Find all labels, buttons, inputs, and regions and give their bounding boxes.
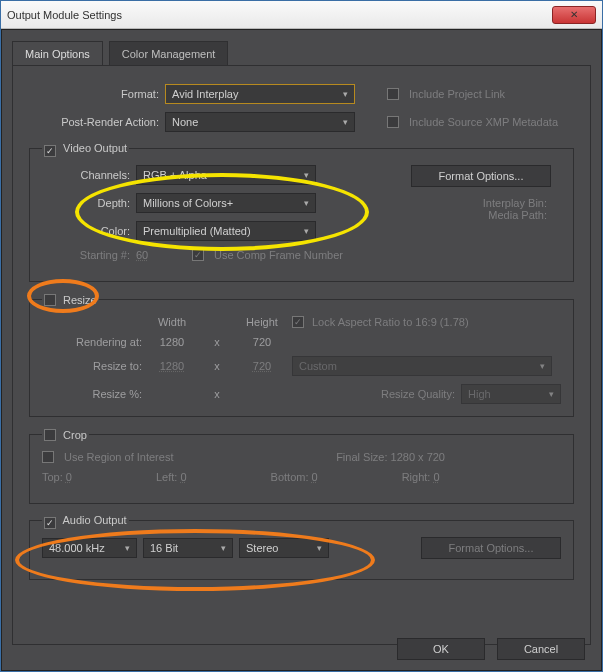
tab-color-management[interactable]: Color Management — [109, 41, 229, 66]
post-render-select[interactable]: None — [165, 112, 355, 132]
tab-main-options[interactable]: Main Options — [12, 41, 103, 66]
audio-output-checkbox[interactable] — [44, 517, 56, 529]
video-output-legend: Video Output — [42, 142, 129, 155]
use-comp-frame-label: Use Comp Frame Number — [214, 249, 343, 261]
close-icon: ✕ — [570, 9, 578, 20]
include-xmp-label: Include Source XMP Metadata — [409, 116, 558, 128]
tabbar: Main Options Color Management — [12, 40, 591, 65]
lock-aspect-label: Lock Aspect Ratio to 16:9 (1.78) — [312, 316, 469, 328]
interplay-bin-label: Interplay Bin: — [401, 197, 561, 209]
resize-quality-label: Resize Quality: — [381, 388, 455, 400]
main-options-panel: Format: Avid Interplay Include Project L… — [12, 65, 591, 645]
resize-quality-select: High — [461, 384, 561, 404]
resize-checkbox[interactable] — [44, 294, 56, 306]
width-header: Width — [142, 316, 202, 328]
depth-label: Depth: — [42, 197, 130, 209]
crop-left-value: 0 — [180, 471, 186, 483]
ok-button[interactable]: OK — [397, 638, 485, 660]
video-output-section: Video Output Channels: RGB + Alpha Depth… — [29, 142, 574, 282]
crop-right-value: 0 — [433, 471, 439, 483]
audio-output-section: Audio Output 48.000 kHz 16 Bit Stereo Fo… — [29, 514, 574, 580]
use-roi-label: Use Region of Interest — [64, 451, 173, 463]
format-select[interactable]: Avid Interplay — [165, 84, 355, 104]
resize-width: 1280 — [160, 360, 184, 372]
channels-select[interactable]: RGB + Alpha — [136, 165, 316, 185]
resize-section: Resize Width Height Lock Aspect Ratio to… — [29, 292, 574, 417]
crop-right-label: Right: — [402, 471, 431, 483]
audio-output-legend: Audio Output — [42, 514, 129, 527]
lock-aspect-checkbox — [292, 316, 304, 328]
format-label: Format: — [29, 88, 159, 100]
crop-section: Crop Use Region of Interest Final Size: … — [29, 427, 574, 504]
audio-rate-select[interactable]: 48.000 kHz — [42, 538, 137, 558]
crop-checkbox[interactable] — [44, 429, 56, 441]
resize-pct-label: Resize %: — [42, 388, 142, 400]
render-width: 1280 — [142, 336, 202, 348]
crop-left-label: Left: — [156, 471, 177, 483]
video-output-checkbox[interactable] — [44, 145, 56, 157]
dialog-body: Main Options Color Management Format: Av… — [1, 29, 602, 671]
include-project-link-label: Include Project Link — [409, 88, 505, 100]
footer-buttons: OK Cancel — [397, 638, 585, 660]
media-path-label: Media Path: — [401, 209, 561, 221]
close-button[interactable]: ✕ — [552, 6, 596, 24]
final-size-label: Final Size: 1280 x 720 — [336, 451, 445, 463]
resize-legend: Resize — [42, 292, 99, 306]
crop-bottom-value: 0 — [312, 471, 318, 483]
crop-top-value: 0 — [66, 471, 72, 483]
post-render-label: Post-Render Action: — [29, 116, 159, 128]
resize-to-label: Resize to: — [42, 360, 142, 372]
use-roi-checkbox — [42, 451, 54, 463]
rendering-at-label: Rendering at: — [42, 336, 142, 348]
color-label: Color: — [42, 225, 130, 237]
depth-select[interactable]: Millions of Colors+ — [136, 193, 316, 213]
crop-bottom-label: Bottom: — [271, 471, 309, 483]
window: Output Module Settings ✕ Main Options Co… — [0, 0, 603, 672]
height-header: Height — [232, 316, 292, 328]
crop-top-label: Top: — [42, 471, 63, 483]
titlebar: Output Module Settings ✕ — [1, 1, 602, 29]
starting-label: Starting #: — [42, 249, 130, 261]
starting-value: 60 — [136, 249, 166, 261]
render-height: 720 — [232, 336, 292, 348]
channels-label: Channels: — [42, 169, 130, 181]
post-render-row: Post-Render Action: None Include Source … — [29, 112, 574, 132]
crop-legend: Crop — [42, 427, 89, 441]
format-row: Format: Avid Interplay Include Project L… — [29, 84, 574, 104]
audio-format-options-button: Format Options... — [421, 537, 561, 559]
window-title: Output Module Settings — [7, 9, 122, 21]
include-project-link-checkbox — [387, 88, 399, 100]
audio-depth-select[interactable]: 16 Bit — [143, 538, 233, 558]
resize-height: 720 — [253, 360, 271, 372]
color-select[interactable]: Premultiplied (Matted) — [136, 221, 316, 241]
video-format-options-button[interactable]: Format Options... — [411, 165, 551, 187]
audio-channels-select[interactable]: Stereo — [239, 538, 329, 558]
resize-preset-select: Custom — [292, 356, 552, 376]
cancel-button[interactable]: Cancel — [497, 638, 585, 660]
use-comp-frame-checkbox — [192, 249, 204, 261]
include-xmp-checkbox — [387, 116, 399, 128]
